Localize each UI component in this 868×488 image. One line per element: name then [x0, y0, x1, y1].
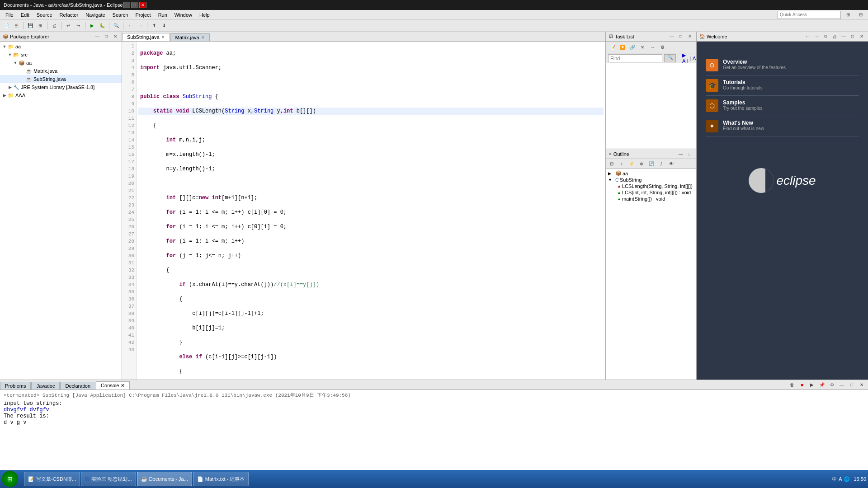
console-close-button[interactable]: ✕ [857, 380, 866, 389]
start-button[interactable]: ⊞ [2, 471, 18, 487]
welcome-back-button[interactable]: ← [804, 33, 811, 40]
menu-source[interactable]: Source [33, 11, 56, 19]
save-all-button[interactable]: ⊞ [36, 21, 45, 30]
tab-javadoc[interactable]: Javadoc [31, 382, 60, 389]
taskbar-btn-word[interactable]: W 实验三 动态规划... [81, 472, 136, 486]
menu-help[interactable]: Help [196, 11, 213, 19]
menu-project[interactable]: Project [132, 11, 154, 19]
task-new-button[interactable]: 📝 [608, 43, 617, 52]
tab-close-matrix[interactable]: ✕ [201, 35, 205, 40]
console-maximize-button[interactable]: □ [847, 380, 856, 389]
welcome-overview-item[interactable]: ⊙ Overview Get an overview of the featur… [706, 55, 859, 75]
welcome-close-button[interactable]: ✕ [858, 33, 865, 40]
outline-fields-button[interactable]: ⊕ [637, 160, 646, 169]
task-maximize-button[interactable]: □ [677, 33, 684, 40]
new-button[interactable]: 📄 [2, 21, 11, 30]
task-find-input[interactable] [608, 54, 662, 62]
redo-button[interactable]: ↪ [74, 21, 83, 30]
taskbar-clock[interactable]: 15:50 [854, 476, 866, 482]
new-java-button[interactable]: ☕ [12, 21, 21, 30]
welcome-whatsnew-item[interactable]: ✦ What's New Find out what is new [706, 116, 859, 136]
console-relaunch-button[interactable]: ▶ [807, 380, 816, 389]
menu-window[interactable]: Window [171, 11, 196, 19]
minimize-button[interactable]: _ [123, 2, 130, 8]
prev-annotation-button[interactable]: ⬆ [150, 21, 159, 30]
outline-maximize-button[interactable]: □ [686, 150, 693, 158]
maximize-panel-button[interactable]: □ [103, 33, 110, 40]
outline-collapse-button[interactable]: ⊟ [607, 160, 616, 169]
tree-item-substring[interactable]: ☕ SubString.java [0, 75, 122, 83]
menu-run[interactable]: Run [155, 11, 171, 19]
close-panel-button[interactable]: ✕ [112, 33, 119, 40]
print-button[interactable]: 🖨 [50, 21, 59, 30]
outline-item-lcslength[interactable]: ▲ LCSLength(String, String, int[][]) [606, 183, 696, 189]
perspective-button[interactable]: ⊞ [843, 10, 854, 19]
outline-filter-button[interactable]: ⚡ [627, 160, 636, 169]
console-stop-button[interactable]: ■ [797, 380, 807, 389]
menu-navigate[interactable]: Navigate [82, 11, 108, 19]
tree-item-jre[interactable]: ▶ 🔧 JRE System Library [JavaSE-1.8] [0, 83, 122, 91]
console-settings-button[interactable]: ⚙ [827, 380, 836, 389]
tab-problems[interactable]: Problems [0, 382, 31, 389]
menu-search[interactable]: Search [109, 11, 132, 19]
network-icon[interactable]: 🌐 [844, 476, 850, 482]
outline-sync-button[interactable]: 🔄 [647, 160, 656, 169]
taskbar-btn-notepad[interactable]: 📄 Matrix.txt - 记事本 [193, 472, 249, 486]
run-button[interactable]: ▶ [88, 21, 97, 30]
outline-minimize-button[interactable]: — [677, 150, 684, 158]
taskbar-btn-eclipse[interactable]: ☕ Documents - Ja... [137, 472, 192, 486]
welcome-samples-item[interactable]: ⬡ Samples Try out the samples [706, 96, 859, 116]
welcome-forward-button[interactable]: → [813, 33, 820, 40]
task-link-button[interactable]: 🔗 [628, 43, 637, 52]
tree-item-matrix[interactable]: ☕ Matrix.java [0, 67, 122, 75]
quick-access-input[interactable] [778, 11, 841, 19]
outline-hide-button[interactable]: 👁 [667, 160, 676, 169]
task-all-label[interactable]: ▶ All [682, 52, 688, 64]
tab-console[interactable]: Console ✕ [96, 381, 129, 389]
tree-item-aa-root[interactable]: ▼ 📁 aa [0, 42, 122, 51]
minimize-panel-button[interactable]: — [94, 33, 101, 40]
back-button[interactable]: ← [126, 21, 135, 30]
welcome-maximize-button[interactable]: □ [849, 33, 856, 40]
open-perspective-button[interactable]: ⊟ [855, 10, 866, 19]
task-minimize-button[interactable]: — [668, 33, 675, 40]
maximize-button[interactable]: □ [131, 2, 138, 8]
ime-icon[interactable]: A [839, 476, 842, 482]
console-clear-button[interactable]: 🗑 [788, 380, 797, 389]
debug-button[interactable]: 🐛 [98, 21, 107, 30]
task-forward-button[interactable]: → [648, 43, 657, 52]
tree-item-aaa[interactable]: ▶ 📁 AAA [0, 91, 122, 99]
outline-sort-button[interactable]: ↕ [617, 160, 626, 169]
tab-close-substring[interactable]: ✕ [161, 35, 165, 39]
taskbar-btn-csdn[interactable]: 📝 写文章-CSDN博... [24, 472, 80, 486]
task-settings-button[interactable]: ⚙ [658, 43, 667, 52]
menu-file[interactable]: File [2, 11, 17, 19]
tab-declaration[interactable]: Declaration [60, 382, 95, 389]
save-button[interactable]: 💾 [26, 21, 35, 30]
menu-refactor[interactable]: Refactor [56, 11, 82, 19]
code-editor[interactable]: 12345 678910 1112131415 1617181920 21222… [122, 42, 605, 380]
outline-item-lcs[interactable]: ▲ LCS(int, int, String, int[][]) : void [606, 189, 696, 196]
task-find-search-button[interactable]: 🔍 [664, 54, 676, 62]
search-button[interactable]: 🔍 [112, 21, 121, 30]
welcome-tutorials-item[interactable]: 🎓 Tutorials Go through tutorials [706, 75, 859, 96]
task-close-button[interactable]: ✕ [686, 33, 693, 40]
menu-edit[interactable]: Edit [17, 11, 33, 19]
tab-matrix[interactable]: Matrix.java ✕ [170, 33, 210, 41]
welcome-sync-button[interactable]: ↻ [822, 33, 829, 40]
welcome-print-button[interactable]: 🖨 [831, 33, 838, 40]
close-button[interactable]: ✕ [139, 2, 146, 8]
outline-item-main[interactable]: ▲ main(String[]) : void [606, 196, 696, 202]
forward-button[interactable]: → [136, 21, 145, 30]
tree-item-src[interactable]: ▼ 📂 src [0, 51, 122, 59]
outline-methods-button[interactable]: ƒ [657, 160, 666, 169]
code-content[interactable]: package aa; import java.util.Scanner; pu… [137, 42, 605, 380]
tab-substring[interactable]: SubString.java ✕ [122, 33, 170, 41]
console-pin-button[interactable]: 📌 [817, 380, 826, 389]
task-delete-button[interactable]: ✕ [638, 43, 647, 52]
tree-item-aa-pkg[interactable]: ▼ 📦 aa [0, 59, 122, 67]
outline-item-substring-class[interactable]: ▼ C SubString [606, 177, 696, 183]
next-annotation-button[interactable]: ⬇ [160, 21, 169, 30]
welcome-minimize-button[interactable]: — [840, 33, 847, 40]
outline-item-aa[interactable]: ▶ 📦 aa [606, 170, 696, 177]
